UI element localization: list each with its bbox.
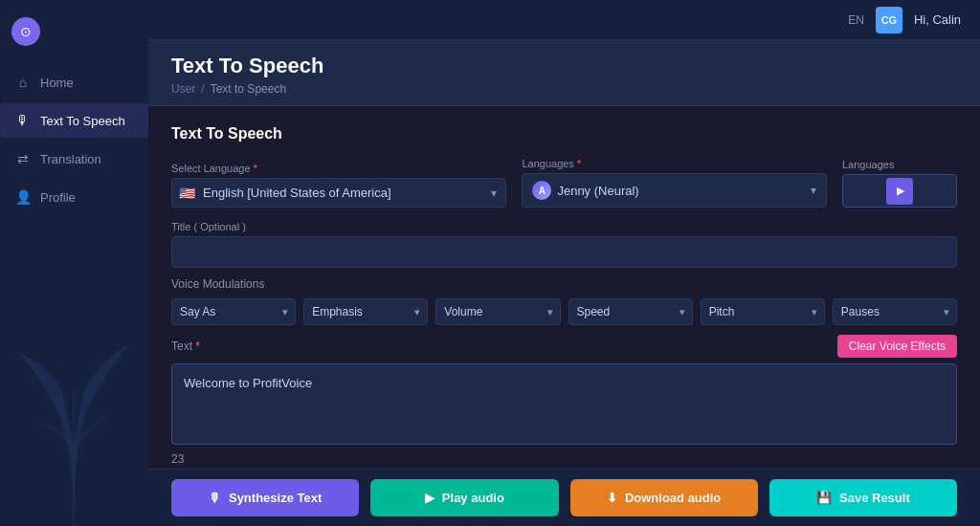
text-header: Text * Clear Voice Effects (171, 335, 957, 358)
text-label: Text * (171, 340, 200, 353)
topbar: EN CG Hi, Calin (148, 0, 980, 40)
jenny-icon: A (532, 181, 551, 200)
voice-mod-label: Voice Modulations (171, 277, 957, 291)
title-group: Title ( Optional ) (171, 221, 957, 268)
volume-select[interactable]: Volume (435, 298, 560, 325)
content-area: Text To Speech Select Language * 🇺🇸 Engl… (148, 106, 980, 469)
title-row: Title ( Optional ) (171, 221, 957, 268)
modulations-row: Say As Emphasis Volume Speed (171, 298, 957, 325)
title-label: Title ( Optional ) (171, 221, 957, 232)
language-required: * (254, 163, 257, 174)
output-lang-label: Languages (842, 159, 957, 170)
breadcrumb-separator: / (201, 82, 204, 96)
sidebar-decoration (0, 258, 148, 526)
sidebar-item-profile[interactable]: 👤 Profile (0, 180, 148, 214)
pauses-wrap: Pauses (833, 298, 957, 325)
sidebar-nav: ⌂ Home 🎙 Text To Speech ⇄ Translation 👤 … (0, 65, 148, 214)
voice-chevron-icon: ▾ (811, 184, 816, 197)
voice-group: Languages * A Jenny (Neural) ▾ (522, 158, 827, 208)
clear-voice-effects-button[interactable]: Clear Voice Effects (837, 335, 957, 358)
play-audio-button[interactable]: ▶ Play audio (370, 479, 558, 516)
download-btn-icon: ⬇ (607, 491, 617, 505)
breadcrumb: User / Text to Speech (171, 82, 957, 96)
text-section: Text * Clear Voice Effects 23 (171, 335, 957, 466)
language-row: Select Language * 🇺🇸 English [United Sta… (171, 158, 957, 208)
sidebar-item-translation[interactable]: ⇄ Translation (0, 142, 148, 176)
topbar-lang: EN (848, 13, 864, 27)
sidebar-item-label: Translation (40, 152, 101, 166)
translation-icon: ⇄ (15, 151, 31, 166)
pitch-wrap: Pitch (701, 298, 825, 325)
voice-required: * (577, 158, 581, 169)
volume-wrap: Volume (435, 298, 560, 325)
breadcrumb-user[interactable]: User (171, 82, 195, 96)
language-group: Select Language * 🇺🇸 English [United Sta… (171, 163, 506, 208)
language-select[interactable]: English [United States of America] (171, 178, 506, 208)
title-input[interactable] (171, 236, 957, 268)
output-lang-box (842, 174, 957, 208)
play-btn-icon: ▶ (425, 491, 434, 505)
main-content: EN CG Hi, Calin Text To Speech User / Te… (148, 0, 980, 526)
voice-select[interactable]: A Jenny (Neural) ▾ (522, 173, 827, 208)
sidebar-item-home[interactable]: ⌂ Home (0, 65, 148, 99)
jenny-name: Jenny (Neural) (557, 184, 805, 198)
save-btn-icon: 💾 (816, 491, 832, 505)
save-label: Save Result (839, 491, 910, 505)
pauses-select[interactable]: Pauses (833, 298, 957, 325)
pitch-select[interactable]: Pitch (701, 298, 825, 325)
say-as-select[interactable]: Say As (171, 298, 296, 325)
text-required: * (195, 340, 200, 353)
output-lang-group: Languages (842, 159, 957, 208)
emphasis-select[interactable]: Emphasis (303, 298, 428, 325)
text-input[interactable] (171, 363, 957, 445)
user-avatar[interactable]: CG (876, 7, 902, 33)
play-preview-button[interactable] (886, 178, 913, 205)
sidebar-item-tts[interactable]: 🎙 Text To Speech (0, 103, 148, 138)
save-result-button[interactable]: 💾 Save Result (769, 479, 957, 516)
download-label: Download audio (625, 491, 721, 505)
sidebar-item-label: Home (40, 76, 74, 90)
home-icon: ⌂ (15, 75, 31, 90)
topbar-username: Hi, Calin (914, 12, 961, 27)
language-label: Select Language * (171, 163, 506, 174)
page-title: Text To Speech (171, 54, 957, 78)
sidebar: ⊙ ⌂ Home 🎙 Text To Speech ⇄ Translation … (0, 0, 148, 526)
voice-label: Languages * (522, 158, 827, 169)
say-as-wrap: Say As (171, 298, 296, 325)
mic-icon: 🎙 (15, 113, 31, 128)
synthesize-label: Synthesize Text (229, 491, 322, 505)
page-header: Text To Speech User / Text to Speech (148, 40, 980, 106)
section-title: Text To Speech (171, 125, 957, 142)
play-label: Play audio (442, 491, 504, 505)
voice-mod-section: Voice Modulations Say As Emphasis Volume (171, 277, 957, 325)
char-count: 23 (171, 452, 957, 466)
action-bar: 🎙 Synthesize Text ▶ Play audio ⬇ Downloa… (148, 469, 980, 526)
speed-select[interactable]: Speed (568, 298, 693, 325)
sidebar-item-label: Text To Speech (40, 114, 125, 128)
profile-icon: 👤 (15, 189, 31, 205)
language-select-wrapper: 🇺🇸 English [United States of America] (171, 178, 506, 208)
synthesize-button[interactable]: 🎙 Synthesize Text (171, 479, 359, 516)
breadcrumb-current: Text to Speech (211, 82, 286, 96)
emphasis-wrap: Emphasis (303, 298, 428, 325)
app-logo: ⊙ (11, 17, 40, 46)
speed-wrap: Speed (568, 298, 693, 325)
download-audio-button[interactable]: ⬇ Download audio (570, 479, 758, 516)
mic-btn-icon: 🎙 (209, 491, 221, 505)
sidebar-item-label: Profile (40, 190, 76, 205)
